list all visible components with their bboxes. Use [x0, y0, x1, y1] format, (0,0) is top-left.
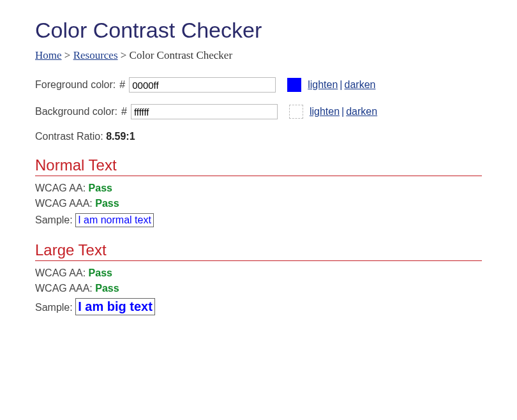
- breadcrumb-resources[interactable]: Resources: [73, 49, 118, 61]
- breadcrumb-sep: >: [64, 49, 71, 61]
- page-title: Color Contrast Checker: [35, 18, 482, 43]
- large-aaa-result: Pass: [95, 283, 119, 294]
- ratio-value: 8.59:1: [106, 131, 135, 142]
- large-aa-result: Pass: [89, 267, 112, 278]
- large-aaa: WCAG AAA: Pass: [35, 283, 482, 294]
- foreground-label: Foreground color:: [35, 79, 116, 91]
- hash-symbol: #: [119, 79, 125, 91]
- background-input[interactable]: [131, 104, 278, 119]
- large-sample-label: Sample:: [35, 302, 75, 313]
- large-aa: WCAG AA: Pass: [35, 267, 482, 279]
- normal-aa-result: Pass: [89, 183, 112, 193]
- large-sample-line: Sample: I am big text: [35, 298, 482, 315]
- background-label: Background color:: [35, 106, 117, 117]
- normal-aa: WCAG AA: Pass: [35, 183, 482, 194]
- normal-aaa-label: WCAG AAA:: [35, 198, 95, 209]
- foreground-lighten-link[interactable]: lighten: [308, 79, 338, 90]
- normal-aaa-result: Pass: [95, 198, 119, 209]
- foreground-darken-link[interactable]: darken: [345, 79, 376, 90]
- background-row: Background color: # lighten|darken: [35, 104, 482, 119]
- background-lighten-link[interactable]: lighten: [310, 106, 340, 117]
- breadcrumb-sep: >: [121, 49, 127, 61]
- normal-aa-label: WCAG AA:: [35, 183, 89, 193]
- large-sample-box: I am big text: [75, 298, 155, 315]
- background-swatch[interactable]: [289, 105, 303, 119]
- foreground-input[interactable]: [129, 77, 276, 93]
- pipe-sep: |: [338, 79, 344, 90]
- large-aaa-label: WCAG AAA:: [35, 283, 95, 294]
- large-text-heading: Large Text: [35, 241, 482, 261]
- pipe-sep: |: [340, 106, 346, 117]
- ratio-label: Contrast Ratio:: [35, 131, 106, 142]
- normal-sample-box: I am normal text: [75, 213, 154, 227]
- breadcrumb-home[interactable]: Home: [35, 49, 62, 61]
- large-aa-label: WCAG AA:: [35, 267, 89, 278]
- foreground-swatch[interactable]: [287, 78, 301, 92]
- normal-text-heading: Normal Text: [35, 156, 482, 176]
- normal-aaa: WCAG AAA: Pass: [35, 198, 482, 209]
- foreground-row: Foreground color: # lighten|darken: [35, 77, 482, 93]
- contrast-ratio: Contrast Ratio: 8.59:1: [35, 131, 482, 142]
- normal-sample-label: Sample:: [35, 214, 75, 225]
- hash-symbol: #: [121, 106, 127, 117]
- normal-sample-line: Sample: I am normal text: [35, 213, 482, 227]
- background-darken-link[interactable]: darken: [346, 106, 377, 117]
- breadcrumb: Home > Resources > Color Contrast Checke…: [35, 49, 482, 62]
- breadcrumb-current: Color Contrast Checker: [130, 49, 232, 61]
